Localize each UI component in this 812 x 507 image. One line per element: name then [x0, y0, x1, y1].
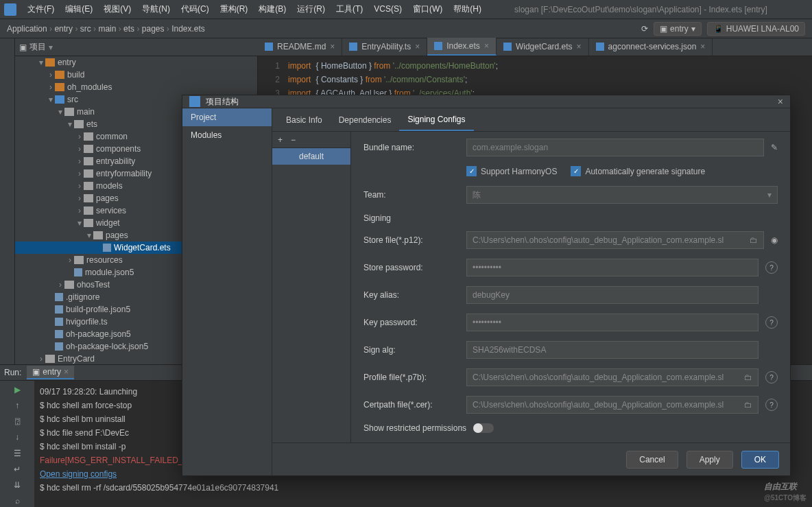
sign-alg-field[interactable]: SHA256withECDSA [466, 341, 759, 359]
print-icon[interactable]: ☰ [10, 447, 24, 459]
menu-item[interactable]: 导航(N) [136, 4, 176, 14]
key-alias-label: Key alias: [363, 290, 459, 300]
breadcrumb-bar: ApplicationentrysrcmainetspagesIndex.ets… [0, 19, 812, 38]
folder-icon[interactable]: 🗀 [744, 400, 752, 410]
breadcrumb-item[interactable]: entry [54, 24, 80, 34]
run-tab[interactable]: ▣ entry× [27, 366, 74, 379]
menu-item[interactable]: 构建(B) [253, 4, 291, 14]
menu-item[interactable]: 编辑(E) [60, 4, 98, 14]
help-icon[interactable]: ? [765, 371, 778, 384]
menu-item[interactable]: 视图(V) [98, 4, 136, 14]
filter-icon[interactable]: ⌕ [10, 495, 24, 507]
tab-basic-info[interactable]: Basic Info [278, 110, 331, 130]
tab-dependencies[interactable]: Dependencies [331, 110, 400, 130]
store-password-label: Store password: [363, 263, 459, 272]
scroll-icon[interactable]: ⇊ [10, 480, 24, 491]
breadcrumb-item[interactable]: src [80, 24, 99, 34]
bundle-name-label: Bundle name: [363, 143, 459, 152]
dialog-left-nav: Project Modules [182, 108, 272, 475]
file-icon [596, 43, 604, 51]
breadcrumb-item[interactable]: ets [123, 24, 142, 34]
menu-item[interactable]: 代码(C) [176, 4, 215, 14]
editor-tab[interactable]: WidgetCard.ets× [497, 38, 589, 56]
add-icon[interactable]: + [278, 135, 283, 145]
breadcrumb-item[interactable]: Application [7, 24, 54, 34]
file-icon [503, 43, 512, 51]
bundle-name-field[interactable]: com.example.slogan [466, 139, 764, 156]
restricted-permissions-toggle[interactable] [473, 423, 494, 433]
certpath-file-field[interactable]: C:\Users\chen\.ohos\config\auto_debug_Ap… [466, 396, 759, 414]
menu-item[interactable]: 文件(F) [22, 4, 60, 14]
close-icon[interactable]: × [484, 41, 489, 51]
file-icon [434, 42, 442, 50]
edit-icon[interactable]: ✎ [771, 143, 778, 152]
fingerprint-icon[interactable]: ◉ [771, 235, 778, 245]
editor-tab[interactable]: agconnect-services.json× [589, 38, 713, 56]
run-label: Run: [4, 368, 21, 377]
nav-project[interactable]: Project [182, 108, 272, 126]
restricted-permissions-label: Show restricted permissions [363, 423, 466, 433]
key-password-label: Key password: [363, 318, 459, 327]
wrap-icon[interactable]: ↵ [10, 463, 24, 475]
menu-item[interactable]: 窗口(W) [407, 4, 448, 14]
console-line: $ hdc shell rm -rf /sdcard/558025b954774… [40, 481, 807, 495]
cancel-button[interactable]: Cancel [626, 451, 678, 469]
ok-button[interactable]: OK [741, 451, 779, 469]
menu-item[interactable]: 重构(R) [215, 4, 254, 14]
tree-folder[interactable]: ›build [15, 69, 257, 81]
menu-item[interactable]: VCS(S) [368, 4, 407, 14]
menu-item[interactable]: 运行(R) [291, 4, 331, 14]
down-icon[interactable]: ↓ [10, 432, 24, 443]
close-icon[interactable]: × [577, 42, 582, 51]
editor-tab[interactable]: README.md× [258, 38, 342, 56]
key-alias-field[interactable]: debugKey [466, 286, 759, 304]
run-toolbar: ▶ ↑ ⍰ ↓ ☰ ↵ ⇊ ⌕ [0, 381, 34, 507]
dialog-logo-icon [189, 96, 200, 107]
stop-icon[interactable]: ⍰ [10, 416, 24, 427]
apply-button[interactable]: Apply [686, 451, 733, 469]
sign-alg-label: Sign alg: [363, 345, 459, 355]
editor-tabs: README.md×EntryAbility.ts×Index.ets×Widg… [258, 38, 812, 56]
tab-signing-configs[interactable]: Signing Configs [399, 109, 473, 131]
breadcrumb-item[interactable]: pages [142, 24, 171, 34]
editor-tab[interactable]: EntryAbility.ts× [342, 38, 427, 56]
profile-file-field[interactable]: C:\Users\chen\.ohos\config\auto_debug_Ap… [466, 368, 759, 386]
remove-icon[interactable]: − [291, 135, 296, 145]
close-icon[interactable]: × [415, 42, 420, 51]
team-select[interactable]: 陈▾ [466, 186, 778, 204]
signing-section-label: Signing [363, 213, 778, 223]
tree-folder[interactable]: ▾entry [15, 56, 257, 69]
chevron-down-icon: ▾ [767, 190, 772, 200]
config-default[interactable]: default [272, 148, 350, 165]
close-icon[interactable]: × [778, 96, 783, 107]
close-icon[interactable]: × [64, 367, 69, 377]
close-icon[interactable]: × [700, 42, 705, 51]
device-selector[interactable]: 📱 HUAWEI LNA-AL00 [707, 22, 805, 36]
store-password-field[interactable]: •••••••••• [466, 259, 759, 276]
menu-item[interactable]: 工具(T) [331, 4, 368, 14]
run-target-selector[interactable]: ▣ entry ▾ [654, 22, 702, 36]
close-icon[interactable]: × [330, 42, 335, 51]
nav-modules[interactable]: Modules [182, 126, 272, 144]
help-icon[interactable]: ? [765, 399, 778, 411]
key-password-field[interactable]: •••••••••• [466, 314, 759, 331]
folder-icon[interactable]: 🗀 [750, 235, 758, 245]
sync-icon[interactable]: ⟳ [641, 24, 648, 34]
folder-icon[interactable]: 🗀 [744, 373, 752, 382]
support-harmonyos-checkbox[interactable]: ✓Support HarmonyOS [466, 166, 557, 176]
watermark: 自由互联 @51CTO博客 [764, 475, 807, 503]
help-icon[interactable]: ? [765, 316, 778, 329]
rerun-icon[interactable]: ▶ [10, 384, 24, 395]
dialog-title: 项目结构 [206, 96, 778, 108]
menu-item[interactable]: 帮助(H) [448, 4, 487, 14]
auto-generate-signature-checkbox[interactable]: ✓Automatically generate signature [571, 166, 705, 176]
help-icon[interactable]: ? [765, 261, 778, 274]
tree-folder[interactable]: ›oh_modules [15, 81, 257, 93]
breadcrumb-item[interactable]: main [98, 24, 123, 34]
up-icon[interactable]: ↑ [10, 399, 24, 411]
store-file-field[interactable]: C:\Users\chen\.ohos\config\auto_debug_Ap… [466, 231, 764, 249]
editor-tab[interactable]: Index.ets× [427, 38, 497, 56]
breadcrumb-item[interactable]: Index.ets [171, 24, 205, 34]
menu-bar: 文件(F)编辑(E)视图(V)导航(N)代码(C)重构(R)构建(B)运行(R)… [0, 0, 812, 19]
project-panel-title: 项目 [29, 41, 46, 53]
